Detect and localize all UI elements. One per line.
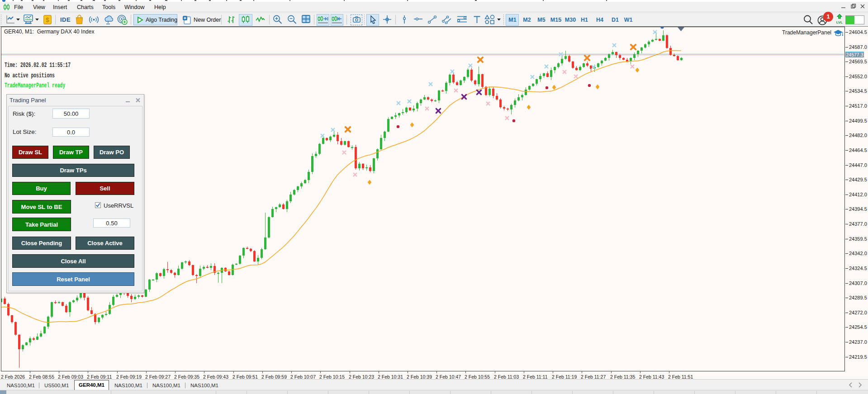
svg-text:LVL: LVL xyxy=(836,20,843,24)
svg-text:$: $ xyxy=(46,16,49,24)
